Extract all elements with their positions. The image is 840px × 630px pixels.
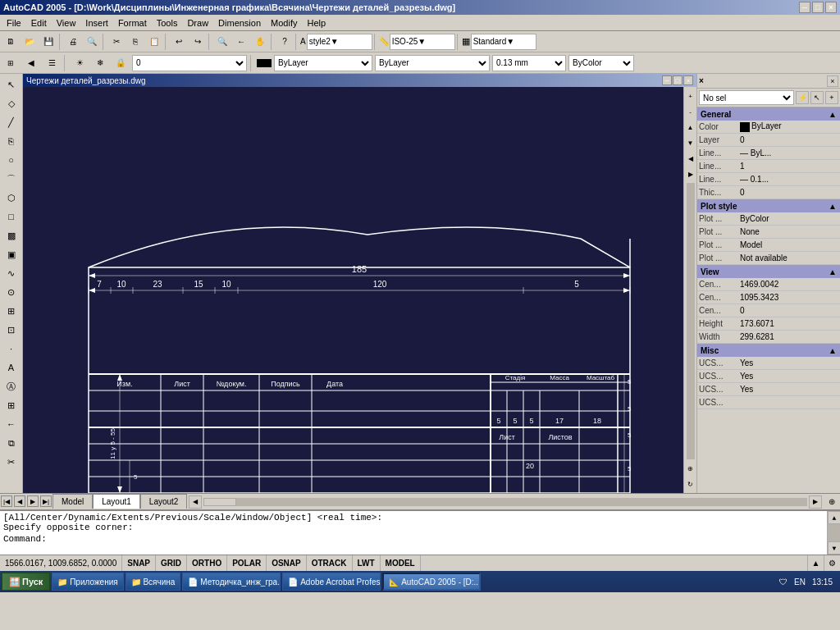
zoom-prev-button[interactable]: ← [232, 33, 250, 51]
select-object-button[interactable]: ↖ [810, 91, 824, 104]
taskbar-item-4[interactable]: 📐 AutoCAD 2005 - [D:... [382, 573, 481, 591]
layer-prev-button[interactable]: ◀ [22, 54, 40, 72]
inner-max-button[interactable]: □ [673, 75, 682, 85]
color-select[interactable]: ByLayer [274, 55, 372, 71]
close-button[interactable]: × [825, 2, 837, 13]
print-preview-button[interactable]: 🔍 [83, 33, 101, 51]
snap-button[interactable]: SNAP [122, 555, 156, 571]
sun-icon[interactable]: ☀ [71, 54, 89, 72]
maximize-button[interactable]: □ [812, 2, 824, 13]
menu-help[interactable]: Help [302, 16, 331, 30]
menu-modify[interactable]: Modify [266, 16, 302, 30]
cmd-scroll-up-button[interactable]: ▲ [828, 511, 840, 524]
osnap-button[interactable]: OSNAP [267, 555, 307, 571]
tolerance-button[interactable]: ⊞ [2, 396, 21, 414]
save-button[interactable]: 💾 [39, 33, 57, 51]
menu-file[interactable]: File [2, 16, 26, 30]
spline-button[interactable]: ∿ [2, 264, 21, 282]
tab-prev-button[interactable]: ◀ [14, 495, 25, 507]
new-button[interactable]: 🗎 [2, 33, 20, 51]
layout1-tab[interactable]: Layout1 [93, 494, 140, 509]
lang-indicator[interactable]: EN [792, 578, 808, 587]
polar-button[interactable]: POLAR [227, 555, 267, 571]
start-button[interactable]: 🪟 Пуск [2, 573, 50, 591]
erase-button[interactable]: ◇ [2, 94, 21, 112]
orbit-button[interactable]: ↻ [685, 477, 696, 491]
menu-dimension[interactable]: Dimension [213, 16, 266, 30]
select-button[interactable]: ↖ [2, 75, 21, 94]
pan-up-button[interactable]: ▲ [685, 120, 696, 135]
ortho-button[interactable]: ORTHO [187, 555, 227, 571]
offset-button[interactable]: ⧉ [2, 434, 21, 452]
rectangle-button[interactable]: □ [2, 208, 21, 226]
taskbar-item-3[interactable]: 📄 Adobe Acrobat Profes... [282, 573, 381, 591]
inner-min-button[interactable]: ─ [662, 75, 672, 85]
zoom-out-button[interactable]: - [685, 104, 696, 119]
lineweight-select[interactable]: 0.13 mm [492, 55, 566, 71]
snap-button[interactable]: ⊕ [685, 461, 696, 476]
tab-first-button[interactable]: |◀ [1, 495, 12, 507]
text-style-dropdown[interactable]: style2▼ [307, 34, 372, 50]
dim-style-dropdown[interactable]: ISO-25▼ [390, 34, 455, 50]
region-button[interactable]: ▣ [2, 245, 21, 263]
color-swatch[interactable] [257, 59, 272, 67]
undo-button[interactable]: ↩ [170, 33, 188, 51]
hscroll-right-button[interactable]: ▶ [809, 495, 822, 509]
help-button[interactable]: ? [276, 33, 294, 51]
linetype-select[interactable]: ByLayer [375, 55, 490, 71]
cut-button[interactable]: ✂ [107, 33, 126, 51]
object-select-dropdown[interactable]: No sel [699, 90, 794, 105]
drawing-canvas-area[interactable]: Чертежи деталей_разрезы.dwg ─ □ × [23, 74, 696, 493]
zoom-button[interactable]: 🔍 [213, 33, 231, 51]
lwt-button[interactable]: LWT [353, 555, 381, 571]
view-collapse-icon[interactable]: ▲ [829, 267, 837, 276]
layer-state-button[interactable]: ☰ [43, 54, 61, 72]
point-button[interactable]: · [2, 340, 21, 358]
insert-button[interactable]: ⊞ [2, 302, 21, 320]
taskbar-item-2[interactable]: 📄 Методичка_инж_гра... [182, 573, 281, 591]
pan-right-button[interactable]: ▶ [685, 167, 696, 181]
quick-select-button[interactable]: ⚡ [796, 91, 809, 104]
leader-button[interactable]: ← [2, 415, 21, 433]
open-button[interactable]: 📂 [21, 33, 39, 51]
pan-button[interactable]: ✋ [251, 33, 269, 51]
table-style-dropdown[interactable]: Standard▼ [471, 34, 536, 50]
taskbar-item-1[interactable]: 📁 Всячина [126, 573, 181, 591]
general-collapse-icon[interactable]: ▲ [829, 110, 837, 119]
ellipse-button[interactable]: ⊙ [2, 283, 21, 301]
tab-next-button[interactable]: ▶ [27, 495, 39, 507]
copy-button[interactable]: ⎘ [126, 33, 144, 51]
zoom-in-button[interactable]: + [685, 89, 696, 103]
mtext-button[interactable]: Ⓐ [2, 377, 21, 395]
menu-tools[interactable]: Tools [152, 16, 183, 30]
misc-collapse-icon[interactable]: ▲ [829, 346, 837, 355]
properties-close-button[interactable]: × [827, 75, 838, 87]
minimize-button[interactable]: ─ [799, 2, 810, 13]
h-scroll-thumb[interactable] [203, 498, 236, 506]
pan-down-button[interactable]: ▼ [685, 135, 696, 150]
taskbar-item-0[interactable]: 📁 Приложения [52, 573, 123, 591]
layer-manager-button[interactable]: ⊞ [2, 54, 20, 72]
arc-button[interactable]: ⌒ [2, 170, 21, 188]
menu-insert[interactable]: Insert [80, 16, 113, 30]
pan-left-button[interactable]: ◀ [685, 151, 696, 166]
toggle-pickadd-button[interactable]: + [825, 91, 838, 104]
freeze-icon[interactable]: ❄ [91, 54, 109, 72]
polygon-button[interactable]: ⬡ [2, 189, 21, 207]
plotstyle-collapse-icon[interactable]: ▲ [829, 202, 837, 211]
menu-edit[interactable]: Edit [26, 16, 52, 30]
grid-button[interactable]: GRID [156, 555, 187, 571]
pline-button[interactable]: ⎘ [2, 132, 21, 150]
command-input[interactable] [47, 534, 837, 544]
cmd-scroll-down-button[interactable]: ▼ [828, 541, 840, 555]
tab-last-button[interactable]: ▶| [40, 495, 52, 507]
menu-view[interactable]: View [52, 16, 81, 30]
menu-format[interactable]: Format [113, 16, 152, 30]
tray-expand-button[interactable]: ▲ [807, 555, 824, 571]
layout2-tab[interactable]: Layout2 [140, 494, 188, 509]
status-settings-button[interactable]: ⚙ [824, 555, 840, 571]
inner-close-button[interactable]: × [683, 75, 693, 85]
print-button[interactable]: 🖨 [64, 33, 82, 51]
plotstyle-select[interactable]: ByColor [568, 55, 634, 71]
menu-draw[interactable]: Draw [182, 16, 213, 30]
